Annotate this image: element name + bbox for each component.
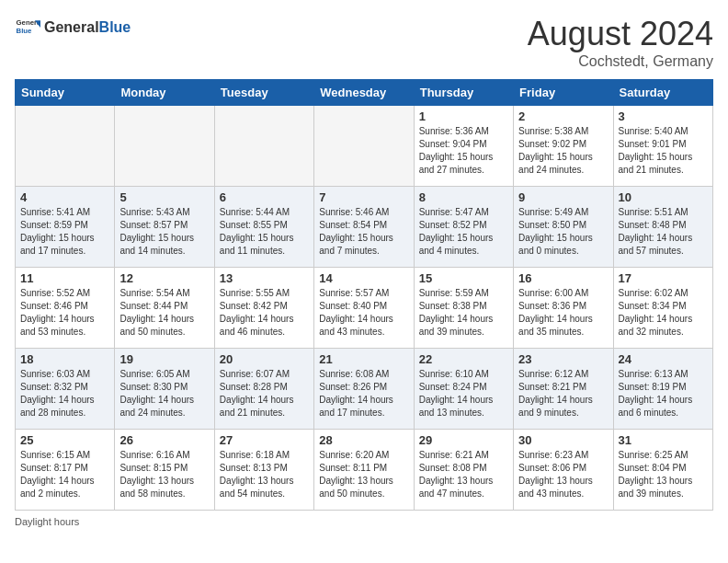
calendar-week-row: 18Sunrise: 6:03 AM Sunset: 8:32 PM Dayli… <box>16 349 713 430</box>
header-tuesday: Tuesday <box>214 80 313 106</box>
calendar-cell: 31Sunrise: 6:25 AM Sunset: 8:04 PM Dayli… <box>613 430 712 511</box>
day-info: Sunrise: 5:51 AM Sunset: 8:48 PM Dayligh… <box>619 206 708 258</box>
day-number: 11 <box>20 271 109 285</box>
day-number: 22 <box>419 352 508 366</box>
day-info: Sunrise: 6:25 AM Sunset: 8:04 PM Dayligh… <box>619 449 708 500</box>
calendar-cell: 20Sunrise: 6:07 AM Sunset: 8:28 PM Dayli… <box>214 349 313 430</box>
title-area: August 2024 Cochstedt, Germany <box>528 15 713 70</box>
day-number: 24 <box>619 352 708 366</box>
calendar-cell: 25Sunrise: 6:15 AM Sunset: 8:17 PM Dayli… <box>16 430 115 511</box>
day-info: Sunrise: 6:18 AM Sunset: 8:13 PM Dayligh… <box>220 449 309 500</box>
day-info: Sunrise: 6:07 AM Sunset: 8:28 PM Dayligh… <box>220 368 309 419</box>
day-number: 15 <box>419 271 508 285</box>
day-number: 28 <box>319 433 408 447</box>
logo-icon: General Blue <box>15 15 40 40</box>
calendar-cell: 10Sunrise: 5:51 AM Sunset: 8:48 PM Dayli… <box>613 187 712 268</box>
day-number: 14 <box>319 271 408 285</box>
calendar-cell: 12Sunrise: 5:54 AM Sunset: 8:44 PM Dayli… <box>115 268 214 349</box>
day-info: Sunrise: 5:52 AM Sunset: 8:46 PM Dayligh… <box>20 287 109 339</box>
day-info: Sunrise: 6:15 AM Sunset: 8:17 PM Dayligh… <box>20 449 109 500</box>
calendar-cell: 2Sunrise: 5:38 AM Sunset: 9:02 PM Daylig… <box>514 106 613 187</box>
day-info: Sunrise: 5:47 AM Sunset: 8:52 PM Dayligh… <box>419 206 508 258</box>
calendar-cell <box>16 106 115 187</box>
calendar-cell: 21Sunrise: 6:08 AM Sunset: 8:26 PM Dayli… <box>314 349 414 430</box>
day-number: 31 <box>619 433 708 447</box>
day-number: 27 <box>220 433 309 447</box>
day-info: Sunrise: 5:55 AM Sunset: 8:42 PM Dayligh… <box>220 287 309 339</box>
logo-general-text: General <box>44 19 99 35</box>
header-monday: Monday <box>115 80 214 106</box>
calendar-cell: 17Sunrise: 6:02 AM Sunset: 8:34 PM Dayli… <box>613 268 712 349</box>
calendar-cell <box>314 106 414 187</box>
day-info: Sunrise: 6:10 AM Sunset: 8:24 PM Dayligh… <box>419 368 508 419</box>
day-info: Sunrise: 6:20 AM Sunset: 8:11 PM Dayligh… <box>319 449 408 500</box>
day-info: Sunrise: 6:16 AM Sunset: 8:15 PM Dayligh… <box>119 449 209 500</box>
header-friday: Friday <box>514 80 613 106</box>
day-number: 2 <box>518 109 608 123</box>
day-info: Sunrise: 5:54 AM Sunset: 8:44 PM Dayligh… <box>119 287 209 339</box>
day-info: Sunrise: 6:08 AM Sunset: 8:26 PM Dayligh… <box>319 368 408 419</box>
day-number: 13 <box>220 271 309 285</box>
calendar-cell <box>214 106 313 187</box>
location-title: Cochstedt, Germany <box>528 53 713 70</box>
calendar-cell: 6Sunrise: 5:44 AM Sunset: 8:55 PM Daylig… <box>214 187 313 268</box>
calendar-cell: 28Sunrise: 6:20 AM Sunset: 8:11 PM Dayli… <box>314 430 414 511</box>
calendar-cell: 9Sunrise: 5:49 AM Sunset: 8:50 PM Daylig… <box>514 187 613 268</box>
calendar-week-row: 11Sunrise: 5:52 AM Sunset: 8:46 PM Dayli… <box>16 268 713 349</box>
day-number: 10 <box>619 190 708 204</box>
day-number: 12 <box>119 271 209 285</box>
calendar-cell: 3Sunrise: 5:40 AM Sunset: 9:01 PM Daylig… <box>613 106 712 187</box>
day-info: Sunrise: 6:23 AM Sunset: 8:06 PM Dayligh… <box>518 449 608 500</box>
calendar-cell: 30Sunrise: 6:23 AM Sunset: 8:06 PM Dayli… <box>514 430 613 511</box>
header-wednesday: Wednesday <box>314 80 414 106</box>
calendar-week-row: 25Sunrise: 6:15 AM Sunset: 8:17 PM Dayli… <box>16 430 713 511</box>
calendar-body: 1Sunrise: 5:36 AM Sunset: 9:04 PM Daylig… <box>16 106 713 511</box>
calendar-cell: 5Sunrise: 5:43 AM Sunset: 8:57 PM Daylig… <box>115 187 214 268</box>
day-number: 4 <box>20 190 109 204</box>
calendar-cell: 27Sunrise: 6:18 AM Sunset: 8:13 PM Dayli… <box>214 430 313 511</box>
calendar-cell: 16Sunrise: 6:00 AM Sunset: 8:36 PM Dayli… <box>514 268 613 349</box>
calendar-cell <box>115 106 214 187</box>
calendar-week-row: 1Sunrise: 5:36 AM Sunset: 9:04 PM Daylig… <box>16 106 713 187</box>
calendar-cell: 11Sunrise: 5:52 AM Sunset: 8:46 PM Dayli… <box>16 268 115 349</box>
footer-daylight: Daylight hours <box>15 516 713 527</box>
day-number: 26 <box>119 433 209 447</box>
day-number: 19 <box>119 352 209 366</box>
day-number: 18 <box>20 352 109 366</box>
day-number: 23 <box>518 352 608 366</box>
day-info: Sunrise: 5:43 AM Sunset: 8:57 PM Dayligh… <box>119 206 209 258</box>
day-info: Sunrise: 6:13 AM Sunset: 8:19 PM Dayligh… <box>619 368 708 419</box>
calendar-cell: 8Sunrise: 5:47 AM Sunset: 8:52 PM Daylig… <box>414 187 513 268</box>
header-saturday: Saturday <box>613 80 712 106</box>
calendar-header-row: Sunday Monday Tuesday Wednesday Thursday… <box>16 80 713 106</box>
day-info: Sunrise: 5:40 AM Sunset: 9:01 PM Dayligh… <box>619 125 708 177</box>
day-info: Sunrise: 5:38 AM Sunset: 9:02 PM Dayligh… <box>518 125 608 177</box>
day-info: Sunrise: 5:36 AM Sunset: 9:04 PM Dayligh… <box>419 125 508 177</box>
day-info: Sunrise: 5:44 AM Sunset: 8:55 PM Dayligh… <box>220 206 309 258</box>
header-sunday: Sunday <box>16 80 115 106</box>
month-title: August 2024 <box>528 15 713 53</box>
day-number: 3 <box>619 109 708 123</box>
day-number: 16 <box>518 271 608 285</box>
calendar-table: Sunday Monday Tuesday Wednesday Thursday… <box>15 79 713 511</box>
day-number: 7 <box>319 190 408 204</box>
day-number: 9 <box>518 190 608 204</box>
header-thursday: Thursday <box>414 80 513 106</box>
logo: General Blue GeneralBlue <box>15 15 131 40</box>
logo-blue-text: Blue <box>99 19 131 35</box>
calendar-cell: 1Sunrise: 5:36 AM Sunset: 9:04 PM Daylig… <box>414 106 513 187</box>
calendar-cell: 26Sunrise: 6:16 AM Sunset: 8:15 PM Dayli… <box>115 430 214 511</box>
calendar-cell: 19Sunrise: 6:05 AM Sunset: 8:30 PM Dayli… <box>115 349 214 430</box>
day-number: 21 <box>319 352 408 366</box>
day-info: Sunrise: 6:03 AM Sunset: 8:32 PM Dayligh… <box>20 368 109 419</box>
day-info: Sunrise: 5:41 AM Sunset: 8:59 PM Dayligh… <box>20 206 109 258</box>
calendar-cell: 14Sunrise: 5:57 AM Sunset: 8:40 PM Dayli… <box>314 268 414 349</box>
calendar-cell: 22Sunrise: 6:10 AM Sunset: 8:24 PM Dayli… <box>414 349 513 430</box>
day-number: 6 <box>220 190 309 204</box>
calendar-cell: 4Sunrise: 5:41 AM Sunset: 8:59 PM Daylig… <box>16 187 115 268</box>
day-info: Sunrise: 6:21 AM Sunset: 8:08 PM Dayligh… <box>419 449 508 500</box>
page-header: General Blue GeneralBlue August 2024 Coc… <box>15 15 713 70</box>
day-number: 29 <box>419 433 508 447</box>
day-info: Sunrise: 5:57 AM Sunset: 8:40 PM Dayligh… <box>319 287 408 339</box>
calendar-cell: 13Sunrise: 5:55 AM Sunset: 8:42 PM Dayli… <box>214 268 313 349</box>
